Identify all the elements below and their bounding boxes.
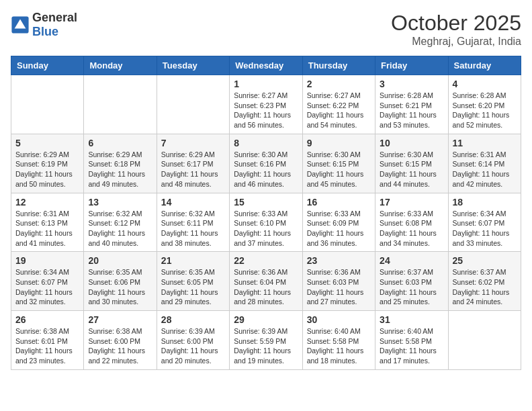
calendar-cell: 20Sunrise: 6:35 AM Sunset: 6:06 PM Dayli… bbox=[84, 252, 157, 311]
day-info: Sunrise: 6:33 AM Sunset: 6:08 PM Dayligh… bbox=[380, 209, 443, 248]
calendar-cell: 24Sunrise: 6:37 AM Sunset: 6:03 PM Dayli… bbox=[375, 252, 448, 311]
day-info: Sunrise: 6:27 AM Sunset: 6:23 PM Dayligh… bbox=[234, 91, 298, 130]
day-number: 7 bbox=[161, 138, 225, 148]
day-number: 21 bbox=[161, 255, 225, 266]
calendar-cell: 29Sunrise: 6:39 AM Sunset: 5:59 PM Dayli… bbox=[230, 311, 302, 370]
day-info: Sunrise: 6:34 AM Sunset: 6:07 PM Dayligh… bbox=[453, 209, 517, 248]
day-number: 2 bbox=[307, 79, 371, 89]
weekday-header-thursday: Thursday bbox=[302, 56, 375, 75]
calendar-cell: 25Sunrise: 6:37 AM Sunset: 6:02 PM Dayli… bbox=[448, 252, 521, 311]
day-number: 25 bbox=[453, 255, 517, 266]
calendar-week-2: 5Sunrise: 6:29 AM Sunset: 6:19 PM Daylig… bbox=[11, 134, 521, 193]
calendar-cell: 17Sunrise: 6:33 AM Sunset: 6:08 PM Dayli… bbox=[375, 193, 448, 252]
weekday-header-saturday: Saturday bbox=[448, 56, 521, 75]
day-info: Sunrise: 6:36 AM Sunset: 6:03 PM Dayligh… bbox=[307, 267, 371, 307]
logo: General Blue bbox=[11, 11, 77, 39]
day-info: Sunrise: 6:29 AM Sunset: 6:17 PM Dayligh… bbox=[161, 150, 225, 189]
month-title: October 2025 bbox=[391, 11, 521, 36]
calendar-table: SundayMondayTuesdayWednesdayThursdayFrid… bbox=[11, 56, 521, 370]
weekday-header-monday: Monday bbox=[84, 56, 157, 75]
day-number: 15 bbox=[234, 197, 298, 208]
calendar-week-3: 12Sunrise: 6:31 AM Sunset: 6:13 PM Dayli… bbox=[11, 193, 521, 252]
day-number: 30 bbox=[307, 314, 371, 325]
day-info: Sunrise: 6:40 AM Sunset: 5:58 PM Dayligh… bbox=[380, 326, 443, 366]
day-info: Sunrise: 6:35 AM Sunset: 6:06 PM Dayligh… bbox=[88, 267, 152, 307]
calendar-cell: 10Sunrise: 6:30 AM Sunset: 6:15 PM Dayli… bbox=[375, 134, 448, 193]
day-number: 3 bbox=[380, 79, 443, 89]
location-title: Meghraj, Gujarat, India bbox=[391, 36, 521, 48]
day-number: 28 bbox=[161, 314, 225, 325]
calendar-week-1: 1Sunrise: 6:27 AM Sunset: 6:23 PM Daylig… bbox=[11, 75, 521, 134]
calendar-cell: 3Sunrise: 6:28 AM Sunset: 6:21 PM Daylig… bbox=[375, 75, 448, 134]
day-info: Sunrise: 6:28 AM Sunset: 6:20 PM Dayligh… bbox=[453, 91, 517, 130]
day-number: 11 bbox=[453, 138, 517, 148]
day-number: 27 bbox=[88, 314, 152, 325]
calendar-cell: 27Sunrise: 6:38 AM Sunset: 6:00 PM Dayli… bbox=[84, 311, 157, 370]
day-info: Sunrise: 6:31 AM Sunset: 6:13 PM Dayligh… bbox=[15, 209, 79, 248]
day-number: 4 bbox=[453, 79, 517, 89]
weekday-header-sunday: Sunday bbox=[11, 56, 84, 75]
day-number: 5 bbox=[15, 138, 79, 148]
day-number: 10 bbox=[380, 138, 443, 148]
page-header: General Blue October 2025 Meghraj, Gujar… bbox=[11, 11, 521, 48]
calendar-cell: 16Sunrise: 6:33 AM Sunset: 6:09 PM Dayli… bbox=[302, 193, 375, 252]
calendar-cell: 2Sunrise: 6:27 AM Sunset: 6:22 PM Daylig… bbox=[302, 75, 375, 134]
day-info: Sunrise: 6:40 AM Sunset: 5:58 PM Dayligh… bbox=[307, 326, 371, 366]
calendar-cell: 13Sunrise: 6:32 AM Sunset: 6:12 PM Dayli… bbox=[84, 193, 157, 252]
day-info: Sunrise: 6:33 AM Sunset: 6:10 PM Dayligh… bbox=[234, 209, 298, 248]
day-info: Sunrise: 6:37 AM Sunset: 6:03 PM Dayligh… bbox=[380, 267, 443, 307]
calendar-cell: 23Sunrise: 6:36 AM Sunset: 6:03 PM Dayli… bbox=[302, 252, 375, 311]
calendar-week-5: 26Sunrise: 6:38 AM Sunset: 6:01 PM Dayli… bbox=[11, 311, 521, 370]
calendar-cell: 31Sunrise: 6:40 AM Sunset: 5:58 PM Dayli… bbox=[375, 311, 448, 370]
day-number: 13 bbox=[88, 197, 152, 208]
logo-text-general: General bbox=[32, 11, 77, 24]
day-info: Sunrise: 6:29 AM Sunset: 6:18 PM Dayligh… bbox=[88, 150, 152, 189]
day-number: 24 bbox=[380, 255, 443, 266]
day-number: 26 bbox=[15, 314, 79, 325]
day-number: 20 bbox=[88, 255, 152, 266]
day-info: Sunrise: 6:37 AM Sunset: 6:02 PM Dayligh… bbox=[453, 267, 517, 307]
title-area: October 2025 Meghraj, Gujarat, India bbox=[391, 11, 521, 48]
day-info: Sunrise: 6:34 AM Sunset: 6:07 PM Dayligh… bbox=[15, 267, 79, 307]
weekday-header-wednesday: Wednesday bbox=[230, 56, 302, 75]
logo-icon bbox=[11, 15, 30, 34]
calendar-cell bbox=[11, 75, 84, 134]
day-info: Sunrise: 6:38 AM Sunset: 6:01 PM Dayligh… bbox=[15, 326, 79, 366]
calendar-cell: 22Sunrise: 6:36 AM Sunset: 6:04 PM Dayli… bbox=[230, 252, 302, 311]
weekday-header-friday: Friday bbox=[375, 56, 448, 75]
calendar-cell: 1Sunrise: 6:27 AM Sunset: 6:23 PM Daylig… bbox=[230, 75, 302, 134]
calendar-week-4: 19Sunrise: 6:34 AM Sunset: 6:07 PM Dayli… bbox=[11, 252, 521, 311]
calendar-cell bbox=[84, 75, 157, 134]
calendar-cell bbox=[157, 75, 229, 134]
day-number: 22 bbox=[234, 255, 298, 266]
day-info: Sunrise: 6:27 AM Sunset: 6:22 PM Dayligh… bbox=[307, 91, 371, 130]
calendar-cell: 4Sunrise: 6:28 AM Sunset: 6:20 PM Daylig… bbox=[448, 75, 521, 134]
day-info: Sunrise: 6:31 AM Sunset: 6:14 PM Dayligh… bbox=[453, 150, 517, 189]
day-info: Sunrise: 6:39 AM Sunset: 6:00 PM Dayligh… bbox=[161, 326, 225, 366]
calendar-cell: 6Sunrise: 6:29 AM Sunset: 6:18 PM Daylig… bbox=[84, 134, 157, 193]
calendar-cell: 19Sunrise: 6:34 AM Sunset: 6:07 PM Dayli… bbox=[11, 252, 84, 311]
day-info: Sunrise: 6:30 AM Sunset: 6:15 PM Dayligh… bbox=[380, 150, 443, 189]
day-number: 6 bbox=[88, 138, 152, 148]
calendar-cell: 28Sunrise: 6:39 AM Sunset: 6:00 PM Dayli… bbox=[157, 311, 229, 370]
day-number: 16 bbox=[307, 197, 371, 208]
calendar-cell: 7Sunrise: 6:29 AM Sunset: 6:17 PM Daylig… bbox=[157, 134, 229, 193]
calendar-cell: 14Sunrise: 6:32 AM Sunset: 6:11 PM Dayli… bbox=[157, 193, 229, 252]
day-info: Sunrise: 6:29 AM Sunset: 6:19 PM Dayligh… bbox=[15, 150, 79, 189]
day-number: 18 bbox=[453, 197, 517, 208]
day-number: 8 bbox=[234, 138, 298, 148]
day-number: 9 bbox=[307, 138, 371, 148]
calendar-cell: 12Sunrise: 6:31 AM Sunset: 6:13 PM Dayli… bbox=[11, 193, 84, 252]
day-number: 14 bbox=[161, 197, 225, 208]
day-info: Sunrise: 6:28 AM Sunset: 6:21 PM Dayligh… bbox=[380, 91, 443, 130]
day-number: 17 bbox=[380, 197, 443, 208]
calendar-cell: 21Sunrise: 6:35 AM Sunset: 6:05 PM Dayli… bbox=[157, 252, 229, 311]
day-info: Sunrise: 6:32 AM Sunset: 6:12 PM Dayligh… bbox=[88, 209, 152, 248]
day-number: 19 bbox=[15, 255, 79, 266]
calendar-cell: 30Sunrise: 6:40 AM Sunset: 5:58 PM Dayli… bbox=[302, 311, 375, 370]
day-info: Sunrise: 6:33 AM Sunset: 6:09 PM Dayligh… bbox=[307, 209, 371, 248]
day-info: Sunrise: 6:39 AM Sunset: 5:59 PM Dayligh… bbox=[234, 326, 298, 366]
day-number: 23 bbox=[307, 255, 371, 266]
day-number: 29 bbox=[234, 314, 298, 325]
weekday-header-tuesday: Tuesday bbox=[157, 56, 229, 75]
